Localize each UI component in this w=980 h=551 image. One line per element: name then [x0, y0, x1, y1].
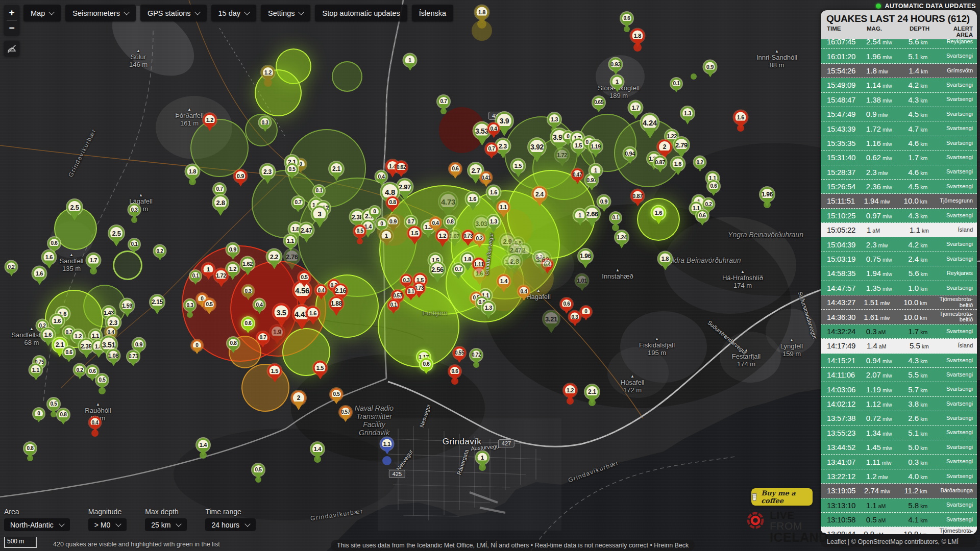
quake-marker[interactable]: 0.1	[405, 286, 416, 297]
quake-marker[interactable]: 2	[657, 140, 672, 154]
quake-marker[interactable]: 1.7	[629, 101, 643, 115]
quake-marker[interactable]: 1.6	[734, 111, 748, 124]
quake-marker[interactable]: 1	[404, 54, 416, 67]
quake-row[interactable]: 13:09:440.9aM10.9kmTjörnesbrota-beltið	[821, 527, 977, 534]
quake-marker[interactable]: 0.8	[444, 216, 456, 228]
quake-marker[interactable]: 0.8	[24, 442, 36, 455]
quake-row[interactable]: 15:31:400.62mlw1.7kmSvartsengi	[821, 151, 977, 165]
quake-marker[interactable]: 2.15	[150, 295, 164, 309]
quake-marker[interactable]: 0.2	[703, 198, 715, 210]
quake-marker[interactable]: 0.5	[203, 298, 215, 311]
quake-marker[interactable]: 0.9	[234, 170, 247, 183]
quake-marker[interactable]: 1.3	[482, 301, 495, 314]
quake-marker[interactable]: 0.1	[313, 185, 325, 196]
quake-marker[interactable]: 0.6	[242, 317, 254, 330]
quake-marker[interactable]: 0.4	[518, 286, 530, 297]
quake-marker[interactable]: 1.8	[186, 165, 200, 179]
quake-marker[interactable]: 0.7	[437, 95, 450, 108]
quake-marker[interactable]: 0.62	[395, 161, 407, 173]
quake-row[interactable]: 13:44:521.45mlw5.0kmSvartsengi	[821, 440, 977, 455]
zoom-out-button[interactable]: −	[4, 20, 19, 35]
quake-marker[interactable]: 2.5	[67, 199, 82, 215]
quake-marker[interactable]: 1.59	[120, 299, 134, 313]
quake-marker[interactable]: 0.5	[96, 374, 108, 386]
quake-marker[interactable]: 0.4	[315, 285, 327, 296]
quake-marker[interactable]: 1.2	[564, 384, 577, 397]
quake-marker[interactable]: 0.7	[213, 183, 226, 195]
quake-marker[interactable]: 2.47	[299, 223, 314, 238]
quake-marker[interactable]: 1.6	[41, 328, 55, 342]
quake-marker[interactable]: 0.5	[47, 398, 60, 410]
quake-marker[interactable]: 0.1	[190, 270, 201, 282]
quake-marker[interactable]: 0.3	[401, 274, 412, 286]
quake-row[interactable]: 15:35:351.16mlw4.6kmSvartsengi	[821, 136, 977, 151]
toolbar-button-15-day[interactable]: 15 day	[211, 5, 257, 21]
quake-row[interactable]: 15:05:221aM1.1kmÍsland	[821, 223, 977, 237]
quake-row[interactable]: 15:28:372.3mlw4.6kmSvartsengi	[821, 165, 977, 180]
quake-marker[interactable]: 1.6	[473, 267, 486, 281]
quake-marker[interactable]: 3	[312, 206, 328, 222]
quake-marker[interactable]: 0.2	[74, 364, 86, 376]
quake-marker[interactable]: 0.7	[292, 196, 304, 209]
quake-marker[interactable]: 1.5	[268, 364, 282, 378]
quake-marker[interactable]: 0.87	[631, 190, 644, 203]
toolbar-button-map[interactable]: Map	[23, 5, 61, 21]
quake-marker[interactable]: 1.2	[261, 66, 275, 79]
quake-marker[interactable]: 1.1	[497, 201, 510, 214]
quake-marker[interactable]: 0.9	[704, 61, 717, 73]
quake-marker[interactable]: 0.6	[621, 12, 633, 24]
quake-row[interactable]: 15:26:542.36mlw4.5kmSvartsengi	[821, 180, 977, 194]
quake-row[interactable]: 14:03:061.19mlw5.7kmSvartsengi	[821, 382, 977, 396]
quake-marker[interactable]: 3.5	[273, 304, 290, 321]
quake-row[interactable]: 16:07:452.54mlw5.6kmReykjanes	[821, 39, 977, 49]
quake-marker[interactable]: 0	[580, 306, 592, 317]
quake-marker[interactable]: 2.97	[397, 179, 413, 195]
quake-row[interactable]: 13:19:052.74mlw11.2kmBárðarbunga	[821, 484, 977, 498]
quake-marker[interactable]: 0.41	[480, 172, 492, 184]
quake-marker[interactable]: 0.9	[133, 338, 145, 351]
quake-marker[interactable]: 1.3	[548, 113, 561, 126]
quake-marker[interactable]: 4.24	[641, 114, 659, 132]
quake-marker[interactable]: 2.66	[584, 206, 600, 221]
quake-marker[interactable]: 1.6	[42, 251, 56, 264]
quake-marker[interactable]: 0.2	[154, 245, 166, 257]
quake-marker[interactable]: 0.65	[593, 96, 605, 109]
quake-marker[interactable]: 0.1	[129, 239, 140, 250]
quake-marker[interactable]: 0.87	[654, 156, 667, 169]
quake-marker[interactable]: 3.03	[474, 216, 489, 232]
quake-row[interactable]: 15:43:391.72mlw4.7kmSvartsengi	[821, 121, 977, 136]
toolbar-button-gps-stations[interactable]: GPS stations	[140, 5, 207, 21]
quake-marker[interactable]: 1.2	[226, 262, 239, 276]
quake-marker[interactable]: 0.8	[57, 409, 69, 421]
quake-marker[interactable]: 1.8	[658, 252, 672, 266]
quake-marker[interactable]: 1.88	[329, 296, 344, 311]
quake-row[interactable]: 13:55:231.34mlw5.1kmSvartsengi	[821, 426, 977, 440]
quake-marker[interactable]: 0.2	[6, 261, 17, 273]
quake-row[interactable]: 13:10:580.5aM4.1kmSvartsengi	[821, 513, 977, 527]
quake-row[interactable]: 15:10:250.97mlw4.3kmSvartsengi	[821, 209, 977, 223]
quake-marker[interactable]: 0.9	[598, 195, 610, 208]
quake-marker[interactable]: 1.2	[436, 229, 449, 242]
quake-marker[interactable]: 1	[611, 76, 624, 88]
quake-row[interactable]: 14:58:351.94mlw5.6kmReykjanes	[821, 266, 977, 281]
quake-marker[interactable]: 4.73	[439, 192, 457, 211]
quake-marker[interactable]: 0.5	[286, 163, 298, 176]
quake-marker[interactable]: 0.3	[242, 285, 254, 297]
quake-marker[interactable]: 0.94	[624, 147, 636, 160]
quake-marker[interactable]: 1.1	[381, 438, 394, 450]
quake-marker[interactable]: 1	[476, 452, 489, 464]
quake-row[interactable]: 15:11:511.94mlw10.0kmTjörnesgrunn	[821, 194, 977, 208]
quake-marker[interactable]: 0.57	[339, 406, 352, 418]
quake-marker[interactable]: 3.62	[534, 251, 551, 268]
quake-marker[interactable]: 1.9	[270, 325, 284, 339]
quake-marker[interactable]: 1.5	[511, 159, 525, 173]
quake-marker[interactable]: 2.16	[333, 284, 348, 298]
toolbar-button-settings[interactable]: Settings	[261, 5, 310, 21]
quake-marker[interactable]: 1.4	[197, 438, 210, 452]
quake-marker[interactable]: 0	[191, 340, 203, 351]
quake-marker[interactable]: 0.5	[252, 464, 264, 476]
quake-marker[interactable]: 0.3	[184, 299, 196, 311]
quake-marker[interactable]: 0.6	[449, 163, 461, 175]
quake-marker[interactable]: 2.79	[674, 137, 689, 153]
quake-marker[interactable]: 1.5	[313, 361, 327, 375]
